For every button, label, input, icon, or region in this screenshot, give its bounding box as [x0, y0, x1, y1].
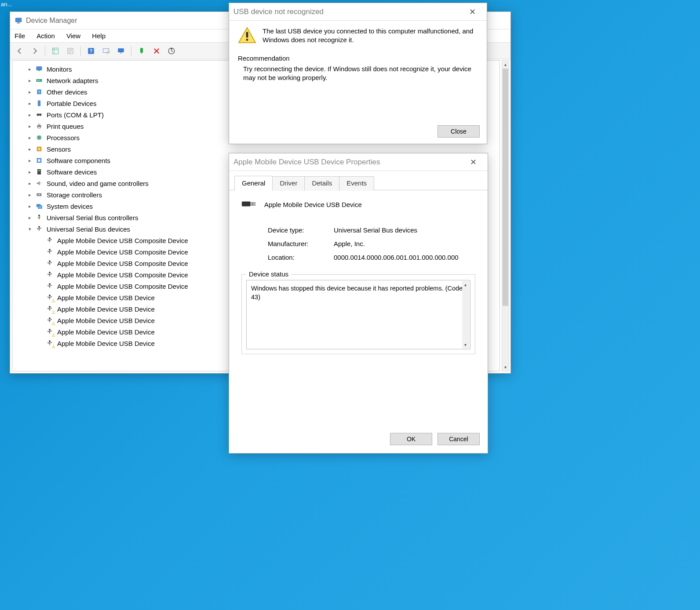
tab-details[interactable]: Details: [304, 176, 339, 191]
svg-point-65: [51, 319, 52, 320]
svg-point-57: [49, 294, 51, 296]
ok-button[interactable]: OK: [390, 433, 432, 445]
svg-point-68: [51, 330, 52, 331]
svg-rect-70: [47, 342, 48, 343]
svg-rect-11: [140, 48, 143, 53]
toolbar-update-driver[interactable]: [165, 45, 178, 57]
network-adapter-icon: [35, 76, 43, 84]
toolbar-scan-hardware[interactable]: [100, 45, 112, 57]
device-properties-dialog: Apple Mobile Device USB Device Propertie…: [229, 153, 488, 454]
toolbar-uninstall-device[interactable]: [150, 45, 163, 57]
tree-device-label: Apple Mobile Device USB Device: [57, 317, 155, 324]
tree-category-label: Processors: [47, 134, 80, 142]
system-device-icon: [35, 202, 43, 210]
device-status-group: Device status Windows has stopped this d…: [241, 274, 475, 354]
tree-device-label: Apple Mobile Device USB Composite Device: [57, 271, 188, 279]
toolbar-separator: [131, 46, 131, 56]
tree-category-label: Universal Serial Bus controllers: [47, 214, 138, 221]
svg-point-28: [38, 148, 40, 150]
svg-rect-32: [38, 170, 40, 171]
usb-dialog-titlebar[interactable]: USB device not recognized ✕: [229, 3, 487, 21]
scroll-up-arrow[interactable]: ▴: [462, 281, 469, 288]
toolbar-show-hide-tree[interactable]: [49, 45, 62, 57]
scroll-down-arrow[interactable]: ▾: [462, 341, 469, 349]
close-icon[interactable]: ✕: [462, 5, 482, 19]
svg-rect-55: [47, 285, 48, 286]
usb-device-icon: [46, 316, 54, 324]
chevron-right-icon[interactable]: ▸: [26, 203, 33, 210]
label-location: Location:: [268, 254, 334, 261]
toolbar-help[interactable]: ?: [85, 45, 97, 57]
chevron-right-icon[interactable]: ▸: [26, 191, 33, 198]
ports-icon: [35, 111, 43, 119]
usb-device-icon: [35, 225, 43, 233]
svg-point-22: [39, 113, 41, 116]
chevron-right-icon[interactable]: ▸: [26, 111, 33, 118]
menu-view[interactable]: View: [66, 32, 80, 40]
close-icon[interactable]: ✕: [463, 155, 483, 169]
tab-general[interactable]: General: [234, 176, 273, 190]
toolbar-monitor[interactable]: [115, 45, 127, 57]
other-devices-icon: ?: [35, 88, 43, 96]
chevron-right-icon[interactable]: ▸: [26, 65, 33, 73]
value-device-type: Universal Serial Bus devices: [334, 226, 475, 234]
printer-icon: [35, 122, 43, 130]
svg-rect-75: [251, 202, 255, 205]
menu-file[interactable]: File: [15, 32, 25, 40]
tree-category-label: Software components: [47, 157, 110, 164]
svg-point-34: [38, 194, 40, 196]
tree-category-label: Ports (COM & LPT): [47, 111, 104, 119]
chevron-right-icon[interactable]: ▸: [26, 168, 33, 175]
menu-action[interactable]: Action: [36, 32, 55, 40]
tab-driver[interactable]: Driver: [272, 176, 305, 191]
tab-events[interactable]: Events: [339, 176, 374, 191]
recommendation-body: Try reconnecting the device. If Windows …: [238, 65, 478, 83]
toolbar-back[interactable]: [14, 45, 26, 57]
chevron-right-icon[interactable]: ▸: [26, 100, 33, 107]
svg-point-63: [49, 317, 51, 319]
chevron-right-icon[interactable]: ▸: [26, 134, 33, 141]
svg-rect-74: [242, 202, 251, 207]
svg-rect-13: [36, 67, 42, 70]
properties-tabs: General Driver Details Events: [229, 171, 488, 190]
tree-category-label: Print queues: [47, 123, 84, 130]
chevron-right-icon[interactable]: ▸: [26, 157, 33, 164]
chevron-right-icon[interactable]: ▸: [26, 180, 33, 187]
scroll-down-arrow[interactable]: ▾: [502, 363, 509, 371]
scroll-up-arrow[interactable]: ▴: [502, 61, 509, 68]
svg-point-59: [51, 296, 52, 297]
toolbar-forward[interactable]: [29, 45, 41, 57]
device-status-text[interactable]: Windows has stopped this device because …: [246, 280, 470, 349]
menu-help[interactable]: Help: [92, 32, 106, 40]
chevron-right-icon[interactable]: ▸: [26, 88, 33, 95]
close-button[interactable]: Close: [438, 125, 480, 138]
svg-rect-31: [37, 169, 41, 174]
scroll-thumb[interactable]: [503, 69, 508, 306]
tree-device-label: Apple Mobile Device USB Composite Device: [57, 237, 188, 244]
svg-point-71: [51, 342, 52, 343]
tree-category-label: Sensors: [47, 145, 71, 153]
tree-category-label: Other devices: [47, 88, 88, 96]
cancel-button[interactable]: Cancel: [438, 433, 480, 445]
usb-device-icon: [46, 259, 54, 267]
status-scrollbar[interactable]: ▴ ▾: [462, 281, 470, 349]
recommendation-header: Recommendation: [238, 54, 478, 62]
tree-device-label: Apple Mobile Device USB Composite Device: [57, 248, 188, 256]
svg-rect-3: [52, 48, 58, 54]
tree-device-label: Apple Mobile Device USB Device: [57, 340, 155, 347]
scrollbar-vertical[interactable]: ▴ ▾: [502, 60, 509, 371]
toolbar-enable-device[interactable]: [135, 45, 148, 57]
chevron-down-icon[interactable]: ▾: [26, 225, 33, 232]
chevron-right-icon[interactable]: ▸: [26, 145, 33, 152]
chevron-right-icon[interactable]: ▸: [26, 123, 33, 130]
chevron-right-icon[interactable]: ▸: [26, 77, 33, 84]
svg-point-54: [49, 283, 51, 285]
sound-icon: [35, 179, 43, 187]
svg-rect-10: [120, 52, 122, 53]
properties-titlebar[interactable]: Apple Mobile Device USB Device Propertie…: [229, 153, 488, 171]
value-manufacturer: Apple, Inc.: [334, 240, 475, 247]
svg-rect-58: [47, 297, 48, 298]
usb-device-icon: [46, 328, 54, 336]
toolbar-properties[interactable]: [64, 45, 77, 57]
chevron-right-icon[interactable]: ▸: [26, 214, 33, 221]
